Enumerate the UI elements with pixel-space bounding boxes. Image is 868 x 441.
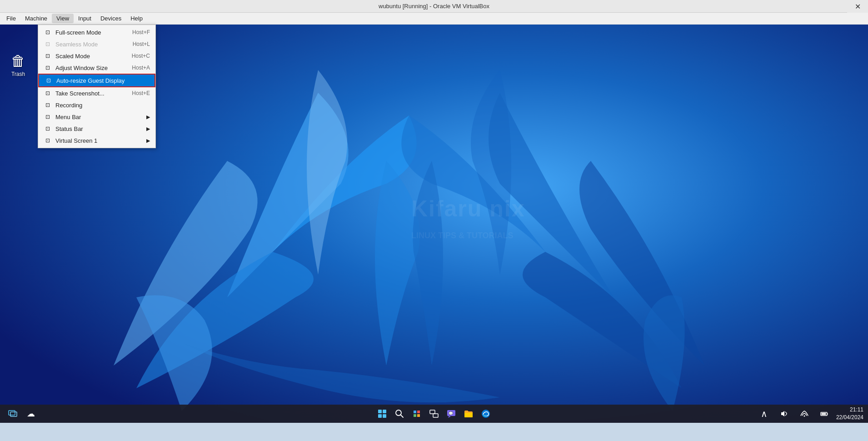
svg-rect-1 [9,411,15,415]
battery-icon[interactable] [816,406,833,422]
menu-bar: File Machine View Input Devices Help [0,13,868,25]
seamless-label: Seamless Mode [55,41,98,48]
menubar-icon: ⊡ [44,113,52,121]
network-icon[interactable] [796,406,813,422]
taskbar-left: ☁ [5,406,39,422]
start-button[interactable] [374,406,390,422]
menu-virtual-screen[interactable]: ⊡ Virtual Screen 1 ▶ [38,135,155,146]
svg-point-15 [803,416,805,417]
title-bar: wubuntu [Running] - Oracle VM VirtualBox… [0,0,868,13]
menubar-label: Menu Bar [55,114,81,120]
menubar-arrow-icon: ▶ [146,114,150,120]
show-hidden-button[interactable]: ∧ [756,406,773,422]
taskbar-cloud-icon[interactable]: ☁ [23,406,39,422]
autoresize-label: Auto-resize Guest Display [56,77,125,84]
virtual-screen-label: Virtual Screen 1 [55,137,97,144]
fullscreen-shortcut: Host+F [132,29,150,35]
task-view-button[interactable] [426,406,442,422]
svg-rect-9 [430,410,435,414]
scaled-shortcut: Host+C [132,53,150,59]
svg-rect-4 [383,410,386,413]
widgets-button[interactable] [409,406,425,422]
menu-help[interactable]: Help [126,14,147,23]
adjust-icon: ⊡ [44,64,52,72]
edge-button[interactable] [478,406,494,422]
autoresize-icon: ⊡ [45,76,53,85]
trash-icon-label: Trash [11,71,25,77]
menu-seamless-mode: ⊡ Seamless Mode Host+L [38,38,155,50]
menu-view[interactable]: View [52,14,74,23]
menu-recording[interactable]: ⊡ Recording [38,99,155,111]
menu-fullscreen-mode[interactable]: ⊡ Full-screen Mode Host+F [38,26,155,38]
volume-icon[interactable] [776,406,793,422]
seamless-icon: ⊡ [44,40,52,48]
svg-rect-13 [464,413,473,417]
taskbar-center: 💬 [374,406,494,422]
statusbar-arrow-icon: ▶ [146,126,150,132]
menu-menubar[interactable]: ⊡ Menu Bar ▶ [38,111,155,123]
statusbar-label: Status Bar [55,125,83,132]
svg-text:💬: 💬 [449,411,453,416]
title-bar-title: wubuntu [Running] - Oracle VM VirtualBox [379,3,489,10]
svg-line-8 [401,415,404,418]
trash-desktop-icon[interactable]: 🗑 Trash [9,52,27,77]
fullscreen-label: Full-screen Mode [55,29,101,36]
taskbar-virtualbox-icon[interactable] [5,406,21,422]
close-button[interactable]: ✕ [847,0,868,13]
menu-file[interactable]: File [2,14,20,23]
recording-label: Recording [55,102,82,109]
virtual-screen-arrow-icon: ▶ [146,138,150,144]
menu-machine[interactable]: Machine [20,14,52,23]
svg-rect-5 [378,414,382,418]
file-explorer-button[interactable] [460,406,477,422]
system-clock[interactable]: 21:11 22/04/2024 [836,406,863,421]
seamless-shortcut: Host+L [133,41,150,47]
menu-adjust-window[interactable]: ⊡ Adjust Window Size Host+A [38,62,155,74]
trash-icon-image: 🗑 [9,52,27,70]
svg-rect-2 [10,412,17,416]
view-dropdown-menu: ⊡ Full-screen Mode Host+F ⊡ Seamless Mod… [38,25,156,148]
clock-time: 21:11 [836,406,863,414]
screenshot-shortcut: Host+E [132,90,150,96]
menu-devices[interactable]: Devices [96,14,126,23]
taskbar: ☁ [0,405,868,423]
menu-autoresize-guest-display[interactable]: ⊡ Auto-resize Guest Display [38,74,155,87]
menu-statusbar[interactable]: ⊡ Status Bar ▶ [38,123,155,135]
menu-input[interactable]: Input [74,14,96,23]
screenshot-label: Take Screenshot... [55,90,105,97]
statusbar-icon: ⊡ [44,125,52,133]
scaled-label: Scaled Mode [55,53,90,60]
svg-rect-6 [383,414,386,418]
menu-take-screenshot[interactable]: ⊡ Take Screenshot... Host+E [38,87,155,99]
taskbar-right: ∧ [756,406,863,422]
adjust-label: Adjust Window Size [55,65,108,71]
svg-rect-3 [378,410,382,413]
virtual-screen-icon: ⊡ [44,136,52,145]
scaled-icon: ⊡ [44,52,52,60]
chat-button[interactable]: 💬 [443,406,459,422]
menu-scaled-mode[interactable]: ⊡ Scaled Mode Host+C [38,50,155,62]
recording-icon: ⊡ [44,101,52,109]
clock-date: 22/04/2024 [836,414,863,421]
svg-rect-10 [433,414,438,417]
svg-rect-17 [821,413,826,415]
fullscreen-icon: ⊡ [44,28,52,36]
screenshot-icon: ⊡ [44,89,52,97]
svg-rect-18 [827,414,828,415]
search-button[interactable] [391,406,408,422]
adjust-shortcut: Host+A [132,65,150,71]
